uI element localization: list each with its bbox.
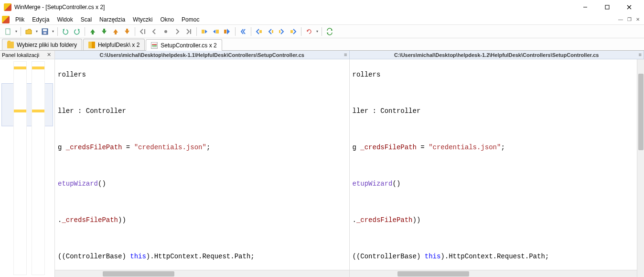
- pane-header-left: C:\Users\michal\Desktop\helpdesk-1.1\Hel…: [55, 51, 350, 59]
- merge-prev-left-button[interactable]: [254, 26, 264, 37]
- menu-scal[interactable]: Scal: [77, 14, 96, 24]
- tab-helpfuldesk[interactable]: HelpfulDesk\ x 2: [83, 39, 145, 50]
- refresh-button[interactable]: [304, 26, 314, 37]
- merge-prev-left-icon: [255, 28, 263, 35]
- pane-header-right: C:\Users\michal\Desktop\helpdesk-1.2\Hel…: [350, 51, 644, 59]
- location-panel-body[interactable]: [0, 59, 54, 277]
- merge-left-icon: [267, 28, 274, 35]
- code-line: [352, 89, 644, 98]
- copy-right-button[interactable]: [199, 26, 210, 37]
- horizontal-scrollbar-right[interactable]: [350, 270, 644, 277]
- code-line: [57, 161, 349, 170]
- minimize-button[interactable]: [574, 0, 596, 14]
- toolbar-separator: [196, 27, 197, 36]
- new-dropdown[interactable]: ▾: [14, 29, 18, 33]
- toolbar-separator: [85, 27, 85, 36]
- arrow-left-icon: [150, 28, 158, 35]
- toolbar: ▾ ▾ ▾ ▾: [0, 25, 644, 38]
- dual-folder-icon: [88, 42, 95, 48]
- horizontal-scrollbar-left[interactable]: [55, 270, 349, 277]
- maximize-button[interactable]: [596, 0, 618, 14]
- new-button[interactable]: [3, 26, 13, 37]
- code-line: rollers: [57, 70, 349, 79]
- double-left-icon: [239, 28, 247, 35]
- merge-next-right-button[interactable]: [288, 26, 299, 37]
- save-button[interactable]: [40, 26, 50, 37]
- code-pane-right[interactable]: rollers ller : Controller g _credsFilePa…: [350, 59, 644, 277]
- diff-prev-change-button[interactable]: [87, 26, 98, 37]
- copy-all-right-button[interactable]: [222, 26, 233, 37]
- file-diff-icon: [151, 42, 158, 49]
- arrow-up-orange-icon: [112, 28, 119, 35]
- location-panel-title: Panel lokalizacji: [2, 52, 39, 58]
- pane-menu-left-button[interactable]: ≡: [344, 52, 347, 57]
- menu-pomoc[interactable]: Pomoc: [178, 14, 203, 24]
- close-icon: [627, 5, 632, 10]
- all-left-button[interactable]: [238, 26, 248, 37]
- menu-wtyczki[interactable]: Wtyczki: [129, 14, 156, 24]
- code-line: ller : Controller: [352, 107, 644, 116]
- save-dropdown[interactable]: ▾: [51, 29, 55, 33]
- code-line: ((ControllerBase) this).HttpContext.Requ…: [57, 252, 349, 261]
- undo-button[interactable]: [60, 26, 71, 37]
- code-line: ller : Controller: [57, 107, 349, 116]
- title-bar: WinMerge - [SetupController.cs x 2]: [0, 0, 644, 14]
- sync-icon: [326, 28, 333, 35]
- menu-widok[interactable]: Widok: [53, 14, 76, 24]
- last-diff-button[interactable]: [183, 26, 194, 37]
- code-line: g _credsFilePath = "credentials.json";: [57, 143, 349, 152]
- tab-select-files[interactable]: Wybierz pliki lub foldery: [2, 39, 82, 50]
- location-panel: Panel lokalizacji ✕: [0, 51, 55, 277]
- vertical-scrollbar[interactable]: [637, 59, 644, 277]
- menu-okno[interactable]: Okno: [156, 14, 178, 24]
- next-button[interactable]: [172, 26, 182, 37]
- svg-rect-6: [43, 29, 47, 31]
- copy-left-button[interactable]: [211, 26, 221, 37]
- sync-button[interactable]: [324, 26, 335, 37]
- open-dropdown[interactable]: ▾: [35, 29, 39, 33]
- close-button[interactable]: [618, 0, 640, 14]
- menu-narzedzia[interactable]: Narzędzia: [96, 14, 129, 24]
- mdi-minimize-button[interactable]: —: [616, 15, 625, 24]
- svg-rect-12: [216, 30, 219, 33]
- pane-path-right: C:\Users\michal\Desktop\helpdesk-1.2\Hel…: [394, 52, 599, 58]
- merge-right-button[interactable]: [277, 26, 287, 37]
- location-panel-close-button[interactable]: ✕: [45, 52, 53, 58]
- diff-prev-conflict-button[interactable]: [110, 26, 121, 37]
- maximize-icon: [605, 5, 610, 10]
- location-viewport-indicator[interactable]: [1, 83, 53, 126]
- svg-rect-16: [279, 30, 280, 33]
- open-button[interactable]: [23, 26, 34, 37]
- scrollbar-thumb[interactable]: [397, 271, 469, 277]
- diff-next-conflict-button[interactable]: [122, 26, 132, 37]
- refresh-dropdown[interactable]: ▾: [315, 29, 319, 33]
- mdi-close-button[interactable]: ✕: [633, 15, 642, 24]
- redo-button[interactable]: [72, 26, 82, 37]
- code-pane-left[interactable]: rollers ller : Controller g _credsFilePa…: [55, 59, 350, 277]
- scrollbar-thumb[interactable]: [103, 271, 174, 277]
- svg-rect-11: [202, 30, 204, 33]
- menu-plik[interactable]: Plik: [11, 14, 28, 24]
- mdi-controls: — ❐ ✕: [616, 14, 642, 24]
- tab-setupcontroller[interactable]: SetupController.cs x 2: [146, 39, 222, 51]
- redo-icon: [73, 28, 81, 35]
- prev-button[interactable]: [149, 26, 160, 37]
- svg-rect-13: [224, 30, 226, 33]
- merge-right-icon: [278, 28, 286, 35]
- scrollbar-thumb[interactable]: [638, 74, 644, 150]
- diff-next-change-button[interactable]: [99, 26, 109, 37]
- folder-icon: [7, 42, 14, 48]
- copy-all-right-icon: [224, 28, 231, 35]
- menu-edycja[interactable]: Edycja: [28, 14, 53, 24]
- pane-menu-right-button[interactable]: ≡: [639, 52, 642, 57]
- toolbar-separator: [21, 27, 21, 36]
- merge-left-button[interactable]: [265, 26, 276, 37]
- code-line: [57, 125, 349, 134]
- workspace: Panel lokalizacji ✕ C:\Users\michal\Desk…: [0, 51, 644, 277]
- first-diff-button[interactable]: [138, 26, 148, 37]
- code-line: [57, 198, 349, 207]
- current-diff-button[interactable]: [161, 26, 171, 37]
- mdi-restore-button[interactable]: ❐: [625, 15, 633, 24]
- mdi-doc-icon: [2, 16, 10, 23]
- copy-right-icon: [201, 28, 208, 35]
